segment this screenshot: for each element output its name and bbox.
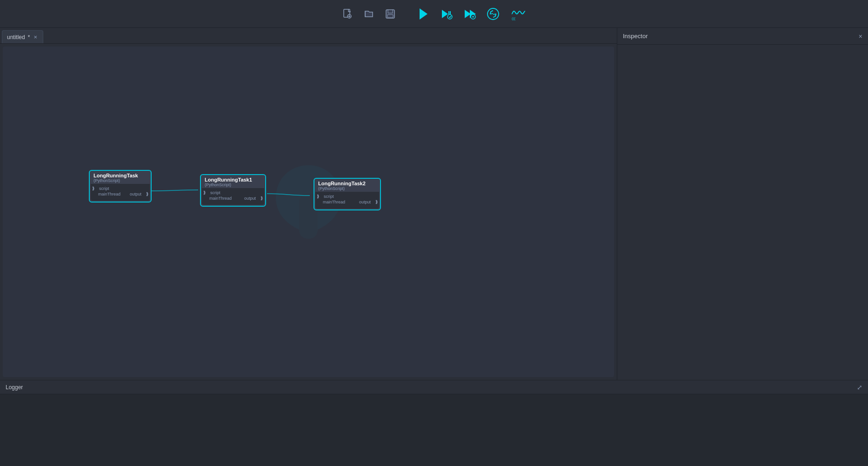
node3-header: LongRunningTask2 (PythonScript)	[314, 179, 380, 192]
inspector-close-button[interactable]: ×	[859, 33, 862, 40]
node-long-running-task2[interactable]: LongRunningTask2 (PythonScript) ⟫ script…	[314, 178, 381, 210]
node1-port-mainthread: mainThread output ⟫	[91, 191, 150, 197]
node1-port-script-label: script	[97, 186, 111, 191]
node2-port-script-label: script	[208, 190, 222, 195]
run-wave-button[interactable]: (((	[507, 5, 529, 23]
node1-port-output-label: output	[128, 192, 143, 196]
logger-expand-button[interactable]: ⤢	[857, 384, 862, 391]
open-file-button[interactable]	[361, 6, 377, 22]
logger-body	[0, 394, 868, 466]
node3-body: ⟫ script mainThread output ⟫	[315, 192, 379, 209]
node2-title: LongRunningTask1	[205, 177, 261, 182]
main-area: untitled * × LongRunningTask	[0, 28, 868, 380]
canvas-area[interactable]: LongRunningTask (PythonScript) ⟫ script	[3, 47, 614, 377]
node3-port-script-connector: ⟫	[315, 194, 320, 199]
node2-port-script: ⟫ script	[202, 190, 264, 196]
node3-port-mainthread: mainThread output ⟫	[315, 199, 379, 205]
toolbar: (((	[0, 0, 868, 28]
svg-point-9	[447, 14, 452, 19]
run-forward-button[interactable]	[460, 5, 479, 23]
node2-subtitle: (PythonScript)	[205, 182, 261, 187]
tab-close-button[interactable]: ×	[33, 34, 38, 40]
logger-header: Logger ⤢	[0, 380, 868, 394]
svg-point-11	[487, 8, 499, 20]
node1-port-output-connector: ⟫	[145, 192, 150, 196]
node1-port-script: ⟫ script	[91, 186, 150, 191]
node2-body: ⟫ script mainThread output ⟫	[202, 188, 264, 205]
tab-title: untitled	[7, 34, 25, 41]
node2-port-script-connector: ⟫	[202, 190, 207, 195]
node1-title: LongRunningTask	[93, 173, 147, 178]
node1-body: ⟫ script mainThread output ⟫	[91, 184, 150, 201]
node2-port-output-connector: ⟫	[259, 196, 264, 201]
svg-rect-6	[387, 14, 393, 18]
run-async-button[interactable]	[483, 5, 503, 23]
node1-subtitle: (PythonScript)	[93, 178, 147, 183]
node1-port-script-connector: ⟫	[91, 186, 96, 191]
node3-title: LongRunningTask2	[318, 181, 376, 186]
node2-port-mainthread-label: mainThread	[202, 196, 234, 201]
inspector-body	[617, 45, 868, 380]
node3-port-output-label: output	[357, 200, 373, 204]
new-file-button[interactable]	[339, 6, 356, 22]
svg-text:(((: (((	[512, 16, 515, 20]
node-long-running-task1[interactable]: LongRunningTask1 (PythonScript) ⟫ script…	[200, 174, 266, 207]
editor-area: untitled * × LongRunningTask	[0, 28, 617, 380]
node1-header: LongRunningTask (PythonScript)	[90, 171, 151, 184]
run-button[interactable]	[414, 4, 432, 24]
save-file-button[interactable]	[382, 6, 399, 22]
node3-port-mainthread-label: mainThread	[315, 200, 347, 204]
node2-port-mainthread: mainThread output ⟫	[202, 196, 264, 201]
inspector-title: Inspector	[623, 33, 648, 40]
tab-modified: *	[28, 34, 30, 41]
run-select-button[interactable]	[437, 5, 455, 23]
node3-subtitle: (PythonScript)	[318, 186, 376, 191]
node1-port-mainthread-label: mainThread	[91, 192, 122, 196]
editor-tab[interactable]: untitled * ×	[2, 30, 43, 43]
logger-title: Logger	[6, 384, 23, 391]
node2-port-output-label: output	[242, 196, 258, 201]
tab-bar: untitled * ×	[0, 28, 617, 44]
node3-port-script: ⟫ script	[315, 194, 379, 199]
bottom-area: Logger ⤢	[0, 380, 868, 466]
node3-port-output-connector: ⟫	[374, 200, 379, 204]
inspector-panel: Inspector ×	[617, 28, 868, 380]
node-long-running-task[interactable]: LongRunningTask (PythonScript) ⟫ script	[89, 170, 152, 203]
node2-header: LongRunningTask1 (PythonScript)	[201, 175, 265, 188]
node3-port-script-label: script	[322, 194, 336, 199]
svg-rect-5	[388, 10, 393, 13]
inspector-header: Inspector ×	[617, 28, 868, 45]
